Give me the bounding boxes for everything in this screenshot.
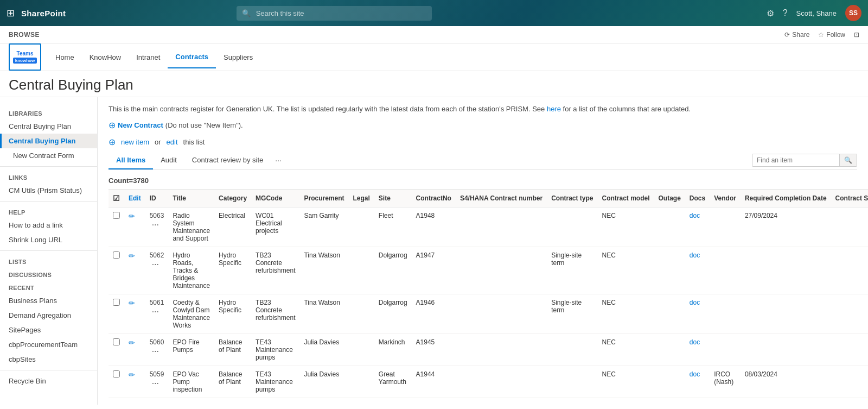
col-vendor[interactable]: Vendor — [710, 189, 741, 207]
row-check[interactable] — [108, 366, 124, 398]
row-check[interactable] — [108, 247, 124, 294]
row-docs: doc — [685, 247, 710, 294]
sidebar-item-how-to-add[interactable]: How to add a link — [0, 218, 97, 232]
search-input[interactable] — [237, 6, 432, 21]
view-search: 🔍 — [752, 154, 857, 167]
sidebar-item-recycle-bin[interactable]: Recycle Bin — [0, 374, 97, 388]
nav-knowhow[interactable]: KnowHow — [82, 47, 129, 68]
row-legal — [349, 366, 374, 398]
sidebar-item-shrink-url[interactable]: Shrink Long URL — [0, 232, 97, 247]
col-legal[interactable]: Legal — [349, 189, 374, 207]
col-outage[interactable]: Outage — [654, 189, 685, 207]
row-docs: doc — [685, 366, 710, 398]
edit-icon[interactable]: ✏ — [129, 370, 135, 379]
settings-icon[interactable]: ⚙ — [767, 8, 774, 18]
sidebar-item-cbpprocurement[interactable]: cbpProcurementTeam — [0, 337, 97, 352]
doc-link[interactable]: doc — [690, 338, 700, 346]
row-edit[interactable]: ✏ — [124, 294, 145, 334]
doc-link[interactable]: doc — [690, 251, 700, 259]
sidebar-section-libraries: Libraries — [0, 106, 97, 119]
sidebar-item-cm-utils[interactable]: CM Utils (Prism Status) — [0, 183, 97, 198]
sidebar-divider-2 — [0, 201, 97, 202]
col-category[interactable]: Category — [214, 189, 251, 207]
row-menu-button[interactable]: ··· — [150, 306, 161, 317]
table-header-row: ☑ Edit ID Title Category MGCode Procurem… — [108, 189, 868, 207]
row-category: Hydro Specific — [214, 247, 251, 294]
col-id[interactable]: ID — [145, 189, 169, 207]
row-edit[interactable]: ✏ — [124, 247, 145, 294]
col-s4hana[interactable]: S4/HANA Contract number — [456, 189, 547, 207]
row-action-menu: 5059 ··· — [145, 366, 169, 398]
doc-link[interactable]: doc — [690, 299, 700, 306]
col-mgcode[interactable]: MGCode — [251, 189, 299, 207]
find-item-input[interactable] — [752, 154, 839, 166]
col-title[interactable]: Title — [168, 189, 214, 207]
col-procurement[interactable]: Procurement — [299, 189, 348, 207]
row-edit[interactable]: ✏ — [124, 334, 145, 366]
find-item-button[interactable]: 🔍 — [839, 154, 857, 166]
sidebar-item-business-plans[interactable]: Business Plans — [0, 293, 97, 308]
edit-action[interactable]: edit — [167, 138, 178, 146]
new-contract-link[interactable]: ⊕ New Contract (Do not use "New Item"). — [108, 120, 243, 130]
row-check[interactable] — [108, 334, 124, 366]
row-menu-button[interactable]: ··· — [150, 378, 161, 389]
contracts-table: ☑ Edit ID Title Category MGCode Procurem… — [108, 189, 868, 398]
row-contractmodel: NEC — [598, 334, 654, 366]
col-site[interactable]: Site — [374, 189, 412, 207]
nav-home[interactable]: Home — [48, 47, 82, 68]
user-name[interactable]: Scott, Shane — [796, 9, 837, 17]
plus-icon: ⊕ — [108, 120, 116, 130]
edit-icon[interactable]: ✏ — [129, 251, 135, 260]
sidebar-item-central-buying-plan[interactable]: Central Buying Plan — [0, 134, 97, 148]
row-check[interactable] — [108, 294, 124, 334]
row-site: Great Yarmouth — [374, 366, 412, 398]
focus-action[interactable]: ⊡ — [854, 31, 859, 39]
share-action[interactable]: ⟳ Share — [784, 31, 809, 39]
tab-contract-review[interactable]: Contract review by site — [184, 152, 271, 169]
row-contracttype: Single-site term — [547, 294, 597, 334]
sharepoint-logo: SharePoint — [21, 9, 66, 18]
nav-contracts[interactable]: Contracts — [168, 46, 216, 68]
row-menu-button[interactable]: ··· — [150, 346, 161, 357]
sidebar-item-central-buying-plan-parent[interactable]: Central Buying Plan — [0, 119, 97, 134]
row-menu-button[interactable]: ··· — [150, 219, 161, 230]
count-row: Count=3780 — [108, 174, 857, 187]
row-edit[interactable]: ✏ — [124, 207, 145, 247]
info-text: This is the main contracts register for … — [108, 104, 857, 115]
edit-icon[interactable]: ✏ — [129, 212, 135, 221]
doc-link[interactable]: doc — [690, 212, 700, 219]
col-contracttype[interactable]: Contract type — [547, 189, 597, 207]
edit-icon[interactable]: ✏ — [129, 299, 135, 307]
row-menu-button[interactable]: ··· — [150, 259, 161, 270]
row-vendor — [710, 334, 741, 366]
row-action-menu: 5063 ··· — [145, 207, 169, 247]
col-contract-start[interactable]: Contract Start — [831, 189, 868, 207]
col-docs[interactable]: Docs — [685, 189, 710, 207]
sidebar-item-new-contract-form[interactable]: New Contract Form — [0, 148, 97, 163]
nav-intranet[interactable]: Intranet — [129, 47, 168, 68]
sidebar-item-sitepages[interactable]: SitePages — [0, 323, 97, 337]
col-required-completion[interactable]: Required Completion Date — [741, 189, 831, 207]
row-s4hana — [456, 334, 547, 366]
follow-action[interactable]: ☆ Follow — [818, 31, 845, 39]
user-avatar[interactable]: SS — [845, 5, 861, 21]
waffle-icon[interactable]: ⊞ — [7, 7, 15, 19]
tab-all-items[interactable]: All Items — [108, 152, 153, 169]
row-s4hana — [456, 247, 547, 294]
row-check[interactable] — [108, 207, 124, 247]
nav-suppliers[interactable]: Suppliers — [216, 47, 260, 68]
edit-icon[interactable]: ✏ — [129, 338, 135, 347]
new-item-action[interactable]: new item — [121, 138, 149, 146]
sidebar-item-cbpsites[interactable]: cbpSites — [0, 352, 97, 367]
col-check[interactable]: ☑ — [108, 189, 124, 207]
help-icon[interactable]: ? — [783, 8, 788, 18]
col-contractno[interactable]: ContractNo — [412, 189, 456, 207]
doc-link[interactable]: doc — [690, 370, 700, 378]
tab-audit[interactable]: Audit — [153, 152, 184, 169]
here-link[interactable]: here — [547, 105, 561, 113]
col-contractmodel[interactable]: Contract model — [598, 189, 654, 207]
sidebar-item-demand-agregation[interactable]: Demand Agregation — [0, 308, 97, 323]
row-edit[interactable]: ✏ — [124, 366, 145, 398]
row-category: Balance of Plant — [214, 366, 251, 398]
tab-more[interactable]: ··· — [271, 152, 286, 169]
